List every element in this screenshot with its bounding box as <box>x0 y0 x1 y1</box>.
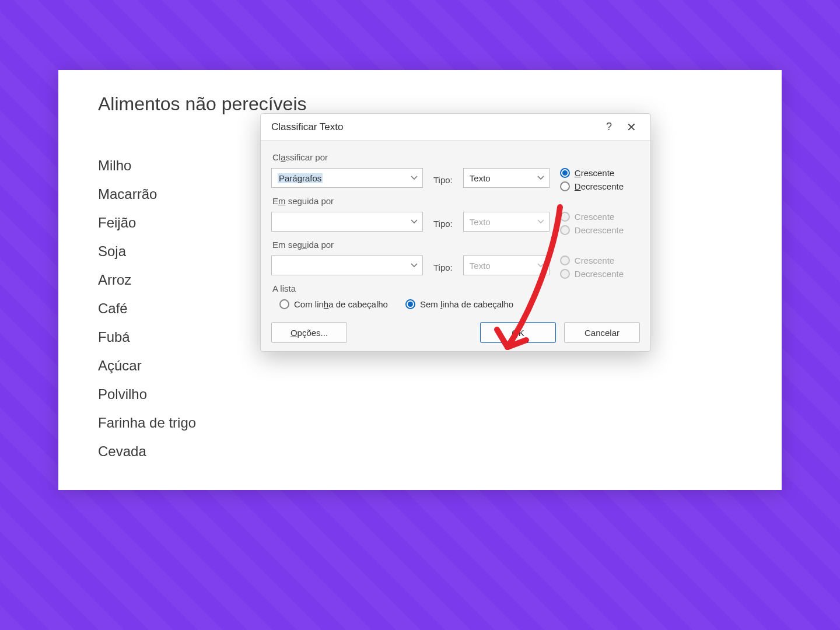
list-header-row: Com linha de cabeçalho Sem linha de cabe… <box>279 299 640 309</box>
list-label: A lista <box>272 284 640 293</box>
chevron-down-icon <box>537 262 544 269</box>
sort1-order-group: Crescente Decrescente <box>560 168 624 191</box>
food-list: Milho Macarrão Feijão Soja Arroz Café Fu… <box>98 159 196 473</box>
sort1-field-combo[interactable]: Parágrafos <box>271 168 423 188</box>
list-item: Macarrão <box>98 187 196 201</box>
radio-checked-icon <box>405 299 415 309</box>
sort2-type-combo[interactable]: Texto <box>463 212 550 232</box>
sort3-desc-radio: Decrescente <box>560 269 624 279</box>
sort2-order-group: Crescente Decrescente <box>560 212 624 235</box>
close-button[interactable]: ✕ <box>620 117 642 137</box>
help-button[interactable]: ? <box>598 117 620 137</box>
list-item: Farinha de trigo <box>98 416 196 430</box>
radio-disabled-icon <box>560 212 570 222</box>
sort2-field-combo[interactable] <box>271 212 423 232</box>
sort2-type-value: Texto <box>470 217 491 227</box>
chevron-down-icon <box>411 218 418 225</box>
sort3-type-value: Texto <box>470 261 491 271</box>
sort-row-3: Tipo: Texto Crescente Decrescente <box>271 256 640 279</box>
list-item: Fubá <box>98 330 196 344</box>
sort3-order-group: Crescente Decrescente <box>560 256 624 279</box>
list-item: Cevada <box>98 444 196 459</box>
radio-disabled-icon <box>560 269 570 279</box>
sort1-type-combo[interactable]: Texto <box>463 168 550 188</box>
document-page: Alimentos não perecíveis Milho Macarrão … <box>58 70 782 490</box>
dialog-footer: Opções... OK Cancelar <box>271 318 640 343</box>
sort2-desc-radio: Decrescente <box>560 225 624 235</box>
sort3-field-combo[interactable] <box>271 256 423 275</box>
radio-unchecked-icon <box>560 181 570 191</box>
list-section: A lista Com linha de cabeçalho Sem linha… <box>271 284 640 309</box>
sort-text-dialog: Classificar Texto ? ✕ Classificar por Pa… <box>260 113 651 352</box>
page-title: Alimentos não perecíveis <box>98 93 307 115</box>
options-button[interactable]: Opções... <box>271 322 347 343</box>
chevron-down-icon <box>411 262 418 269</box>
sort2-asc-radio: Crescente <box>560 212 624 222</box>
sort3-type-combo[interactable]: Texto <box>463 256 550 275</box>
dialog-titlebar[interactable]: Classificar Texto ? ✕ <box>261 114 650 141</box>
ok-button[interactable]: OK <box>480 322 556 343</box>
list-item: Feijão <box>98 216 196 230</box>
cancel-button[interactable]: Cancelar <box>564 322 640 343</box>
list-item: Polvilho <box>98 387 196 401</box>
list-item: Soja <box>98 244 196 258</box>
with-header-radio[interactable]: Com linha de cabeçalho <box>279 299 388 309</box>
radio-unchecked-icon <box>279 299 289 309</box>
radio-checked-icon <box>560 168 570 178</box>
list-item: Milho <box>98 159 196 173</box>
sort1-type-value: Texto <box>470 173 491 183</box>
sort-row-2: Tipo: Texto Crescente Decrescente <box>271 212 640 235</box>
tipo-label: Tipo: <box>433 219 453 229</box>
sort-row-1: Parágrafos Tipo: Texto Crescente <box>271 168 640 191</box>
sort1-field-value: Parágrafos <box>278 173 323 183</box>
without-header-radio[interactable]: Sem linha de cabeçalho <box>405 299 513 309</box>
sort-by-label: Classificar por <box>272 152 640 162</box>
sort1-asc-radio[interactable]: Crescente <box>560 168 624 178</box>
then-by-2-label: Em seguida por <box>272 240 640 250</box>
list-item: Arroz <box>98 273 196 287</box>
radio-disabled-icon <box>560 256 570 265</box>
list-item: Açúcar <box>98 359 196 373</box>
sort1-desc-radio[interactable]: Decrescente <box>560 181 624 191</box>
tipo-label: Tipo: <box>433 262 453 272</box>
then-by-1-label: Em seguida por <box>272 196 640 206</box>
dialog-body: Classificar por Parágrafos Tipo: Texto <box>261 141 650 351</box>
sort3-asc-radio: Crescente <box>560 256 624 265</box>
tipo-label: Tipo: <box>433 175 453 185</box>
chevron-down-icon <box>411 174 418 181</box>
chevron-down-icon <box>537 218 544 225</box>
dialog-title: Classificar Texto <box>271 121 598 133</box>
chevron-down-icon <box>537 174 544 181</box>
list-item: Café <box>98 302 196 316</box>
radio-disabled-icon <box>560 225 570 235</box>
